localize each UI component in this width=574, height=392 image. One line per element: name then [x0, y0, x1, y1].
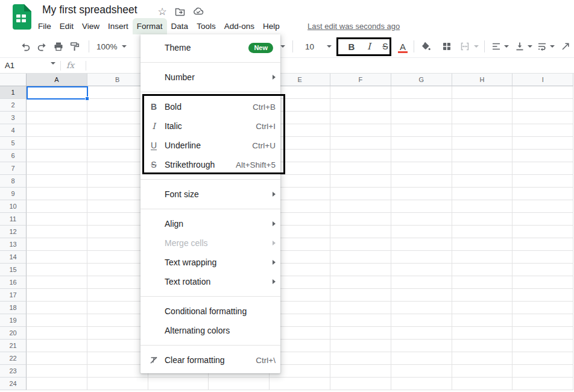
cell-f7[interactable] [330, 162, 391, 175]
cell-b10[interactable] [87, 200, 148, 213]
cell-h12[interactable] [452, 226, 513, 238]
cell-h16[interactable] [452, 276, 513, 289]
menu-item-text-rotation[interactable]: Text rotation [140, 272, 280, 291]
row-header-8[interactable]: 8 [0, 175, 27, 188]
cell-i8[interactable] [512, 175, 573, 188]
cell-i13[interactable] [512, 238, 573, 251]
cell-f11[interactable] [330, 213, 391, 226]
cell-f10[interactable] [330, 200, 391, 213]
cell-i15[interactable] [512, 264, 573, 276]
cell-i11[interactable] [512, 213, 573, 226]
cell-b15[interactable] [87, 264, 148, 276]
cell-b19[interactable] [87, 314, 148, 327]
menubar-item-edit[interactable]: Edit [55, 18, 78, 34]
cell-b8[interactable] [87, 175, 148, 188]
cell-f1[interactable] [330, 86, 391, 99]
cell-g12[interactable] [391, 226, 452, 238]
sheets-logo-icon[interactable] [11, 4, 31, 30]
cell-a23[interactable] [27, 365, 87, 378]
cell-f18[interactable] [330, 302, 391, 314]
cell-a6[interactable] [27, 150, 87, 162]
cell-a11[interactable] [27, 213, 87, 226]
cell-i21[interactable] [512, 340, 573, 352]
cell-a9[interactable] [27, 188, 87, 200]
cell-g13[interactable] [391, 238, 452, 251]
redo-button[interactable] [34, 38, 51, 55]
cell-g17[interactable] [391, 289, 452, 302]
cell-i20[interactable] [512, 327, 573, 340]
cell-b16[interactable] [87, 276, 148, 289]
cell-h3[interactable] [452, 112, 513, 124]
row-header-13[interactable]: 13 [0, 238, 27, 251]
cell-a16[interactable] [27, 276, 87, 289]
row-header-21[interactable]: 21 [0, 340, 27, 352]
menu-item-number[interactable]: Number [140, 68, 280, 87]
menubar-item-format[interactable]: Format [133, 18, 167, 34]
horizontal-align-caret[interactable] [502, 38, 510, 55]
cell-a22[interactable] [27, 352, 87, 365]
cell-h22[interactable] [452, 352, 513, 365]
menu-item-conditional-formatting[interactable]: Conditional formatting [140, 302, 280, 321]
row-header-1[interactable]: 1 [0, 86, 27, 99]
cell-a15[interactable] [27, 264, 87, 276]
cell-b5[interactable] [87, 137, 148, 150]
menubar-item-tools[interactable]: Tools [192, 18, 220, 34]
row-header-18[interactable]: 18 [0, 302, 27, 314]
cell-b9[interactable] [87, 188, 148, 200]
cell-h13[interactable] [452, 238, 513, 251]
fill-handle[interactable] [85, 96, 89, 101]
cell-g21[interactable] [391, 340, 452, 352]
cell-h14[interactable] [452, 251, 513, 264]
column-header-b[interactable]: B [87, 74, 148, 86]
column-header-i[interactable]: I [512, 74, 573, 86]
cell-g19[interactable] [391, 314, 452, 327]
row-header-6[interactable]: 6 [0, 150, 27, 162]
row-header-19[interactable]: 19 [0, 314, 27, 327]
cell-b21[interactable] [87, 340, 148, 352]
vertical-align-caret[interactable] [526, 38, 534, 55]
cell-g23[interactable] [391, 365, 452, 378]
cell-a2[interactable] [27, 99, 87, 112]
cell-g5[interactable] [391, 137, 452, 150]
cell-h7[interactable] [452, 162, 513, 175]
menubar-item-insert[interactable]: Insert [104, 18, 133, 34]
cell-b6[interactable] [87, 150, 148, 162]
menu-item-align[interactable]: Align [140, 214, 280, 233]
cell-f8[interactable] [330, 175, 391, 188]
cell-f3[interactable] [330, 112, 391, 124]
cell-h5[interactable] [452, 137, 513, 150]
move-folder-icon[interactable] [173, 5, 186, 17]
menubar-item-help[interactable]: Help [259, 18, 284, 34]
row-header-5[interactable]: 5 [0, 137, 27, 150]
cell-f19[interactable] [330, 314, 391, 327]
cell-g18[interactable] [391, 302, 452, 314]
cell-f13[interactable] [330, 238, 391, 251]
cell-i17[interactable] [512, 289, 573, 302]
cell-i6[interactable] [512, 150, 573, 162]
name-box[interactable]: A1 [5, 58, 14, 73]
cell-g16[interactable] [391, 276, 452, 289]
cell-g14[interactable] [391, 251, 452, 264]
cell-f4[interactable] [330, 124, 391, 137]
cell-i9[interactable] [512, 188, 573, 200]
cell-f9[interactable] [330, 188, 391, 200]
menu-item-alternating-colors[interactable]: Alternating colors [140, 321, 280, 340]
cell-i16[interactable] [512, 276, 573, 289]
strikethrough-button[interactable]: S [378, 38, 393, 55]
cell-g15[interactable] [391, 264, 452, 276]
italic-button[interactable]: I [362, 38, 376, 55]
cell-h9[interactable] [452, 188, 513, 200]
cell-a12[interactable] [27, 226, 87, 238]
cell-g3[interactable] [391, 112, 452, 124]
cell-a4[interactable] [27, 124, 87, 137]
cell-h4[interactable] [452, 124, 513, 137]
text-color-button[interactable]: A [395, 38, 411, 55]
cell-i22[interactable] [512, 352, 573, 365]
cell-a21[interactable] [27, 340, 87, 352]
fill-color-button[interactable] [417, 38, 434, 55]
cell-b17[interactable] [87, 289, 148, 302]
row-header-10[interactable]: 10 [0, 200, 27, 213]
menu-item-italic[interactable]: IItalicCtrl+I [140, 116, 280, 136]
row-header-4[interactable]: 4 [0, 124, 27, 137]
cell-h17[interactable] [452, 289, 513, 302]
